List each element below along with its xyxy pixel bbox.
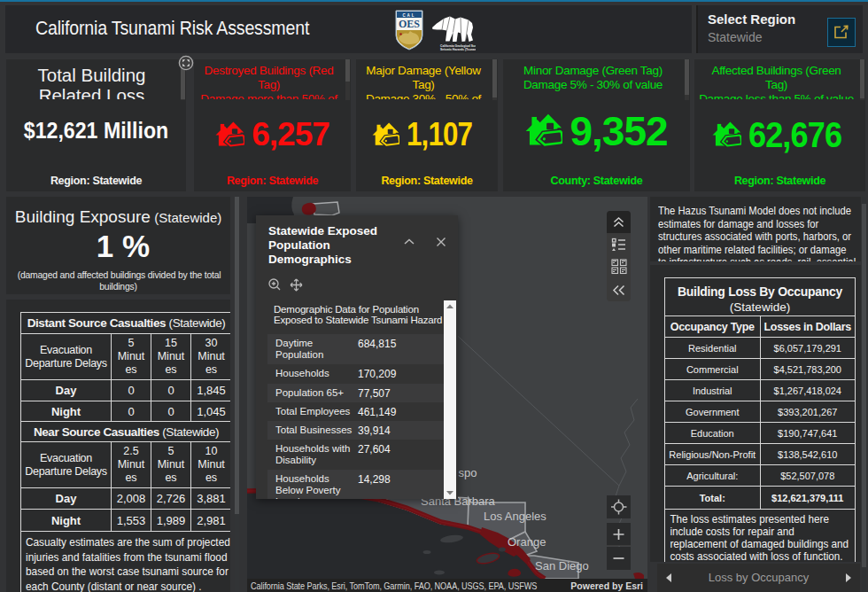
svg-text:California Geological Survey: California Geological Survey: [440, 44, 476, 48]
svg-text:Seismic Hazards (Tsunami Unit): Seismic Hazards (Tsunami Unit): [440, 48, 476, 51]
svg-text:Los Angeles: Los Angeles: [484, 510, 546, 523]
svg-text:Orange: Orange: [508, 535, 546, 549]
svg-text:OES: OES: [399, 18, 420, 30]
svg-text:San Diego: San Diego: [535, 559, 589, 573]
